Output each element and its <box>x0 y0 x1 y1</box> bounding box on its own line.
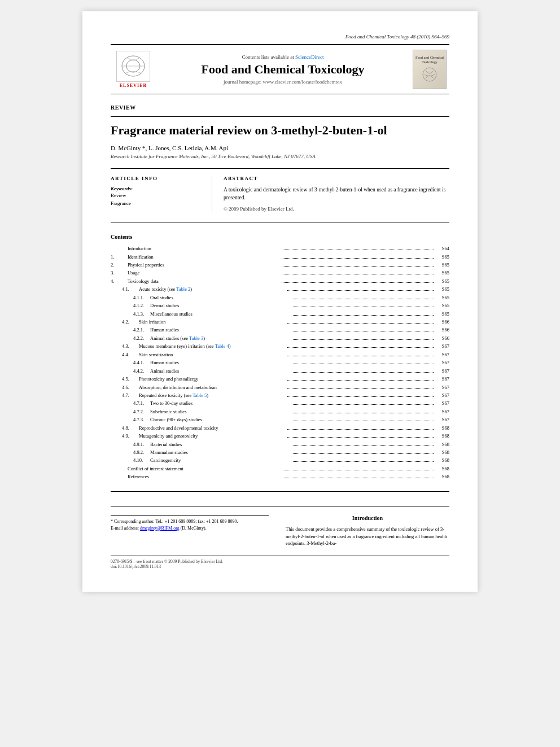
toc-page: S67 <box>435 367 449 375</box>
toc-entry: Introduction S64 <box>111 244 449 252</box>
contents-section: Contents Introduction S64 1. Identificat… <box>111 234 449 481</box>
affiliation-divider <box>111 168 449 169</box>
toc-number: 4.8. <box>111 424 139 432</box>
toc-table-link[interactable]: Table 3 <box>189 335 203 341</box>
toc-text: Toxicology data <box>128 277 280 285</box>
toc-entry: 4.4. Skin sensitization S67 <box>111 351 449 359</box>
toc-page: S67 <box>435 408 449 416</box>
toc-text: Conflict of interest statement <box>128 465 280 473</box>
email-link[interactable]: dmcginty@RIFM.org <box>140 526 180 531</box>
keyword-review: Review <box>111 191 203 199</box>
toc-text: Mammalian studies <box>150 448 291 456</box>
toc-number: 4.7. <box>111 391 139 399</box>
keywords-label: Keywords: <box>111 186 203 191</box>
toc-page: S66 <box>435 318 449 326</box>
toc-number: 4.9.2. <box>111 448 150 456</box>
toc-page: S67 <box>435 351 449 359</box>
toc-page: S65 <box>435 310 449 318</box>
intro-text: This document provides a comprehensive s… <box>286 526 449 547</box>
toc-dots <box>293 315 434 316</box>
contents-divider <box>111 491 449 492</box>
bottom-bar-text1: 0278-6915/$ – see front matter © 2009 Pu… <box>111 559 449 564</box>
toc-number: 4.1. <box>111 285 139 293</box>
toc-table-link[interactable]: Table 4 <box>215 343 229 349</box>
toc-text: Repeated dose toxicity (see Table 5) <box>139 391 286 399</box>
toc-page: S65 <box>435 285 449 293</box>
toc-dots <box>282 258 434 259</box>
toc-text: Absorption, distribution and metabolism <box>139 383 286 391</box>
toc-entry: 4.9. Mutagenicity and genotoxicity S68 <box>111 432 449 440</box>
toc-table-link[interactable]: Table 2 <box>176 286 190 292</box>
contents-title: Contents <box>111 234 449 240</box>
bottom-bar: 0278-6915/$ – see front matter © 2009 Pu… <box>111 556 449 569</box>
toc-dots <box>293 307 434 307</box>
journal-logo-text: Food and Chemical Toxicology <box>415 56 444 65</box>
toc-text: Mutagenicity and genotoxicity <box>139 432 286 440</box>
toc-dots <box>282 282 434 283</box>
toc-page: S66 <box>435 334 449 342</box>
toc-entry: Conflict of interest statement S68 <box>111 465 449 473</box>
intro-heading: Introduction <box>286 515 449 521</box>
toc-text: Subchronic studies <box>150 408 291 416</box>
toc-number: 4.4.1. <box>111 359 150 366</box>
toc-number: 4.3. <box>111 342 139 350</box>
toc-entry: 4.7. Repeated dose toxicity (see Table 5… <box>111 391 449 399</box>
toc-page: S67 <box>435 359 449 366</box>
toc-page: S65 <box>435 253 449 261</box>
journal-reference: Food and Chemical Toxicology 48 (2010) S… <box>111 34 449 40</box>
toc-dots <box>282 274 434 274</box>
toc-container: Introduction S64 1. Identification S65 2… <box>111 244 449 481</box>
toc-dots <box>287 323 434 324</box>
science-direct-notice: Contents lists available at ScienceDirec… <box>156 54 410 60</box>
copyright: © 2009 Published by Elsevier Ltd. <box>224 206 449 212</box>
toc-page: S68 <box>435 473 449 480</box>
toc-text: Skin sensitization <box>139 351 286 359</box>
toc-text: Reproductive and developmental toxicity <box>139 424 286 432</box>
toc-table-link[interactable]: Table 5 <box>193 392 207 398</box>
journal-logo-box: Food and Chemical Toxicology <box>413 50 447 89</box>
toc-number: 2. <box>111 261 128 269</box>
toc-text: Human studies <box>150 359 291 366</box>
footnote-col: * Corresponding author. Tel.: +1 201 689… <box>111 515 269 547</box>
elsevier-logo-image <box>116 51 150 82</box>
toc-number: 4.2.1. <box>111 326 150 334</box>
toc-page: S68 <box>435 424 449 432</box>
journal-banner: ELSEVIER Contents lists available at Sci… <box>111 44 449 94</box>
toc-dots <box>282 266 434 267</box>
toc-entry: 2. Physical properties S65 <box>111 261 449 269</box>
toc-text: Oral studies <box>150 294 291 302</box>
toc-page: S68 <box>435 456 449 464</box>
toc-dots <box>293 421 434 421</box>
toc-page: S65 <box>435 294 449 302</box>
toc-entry: 4.4.2. Animal studies S67 <box>111 367 449 375</box>
toc-text: Acute toxicity (see Table 2) <box>139 285 286 293</box>
toc-dots <box>287 356 434 356</box>
toc-entry: 4.10. Carcinogenicity S68 <box>111 456 449 464</box>
toc-number: 4.6. <box>111 383 139 391</box>
science-direct-link[interactable]: ScienceDirect <box>295 54 323 60</box>
toc-text: Identification <box>128 253 280 261</box>
toc-dots <box>293 339 434 340</box>
toc-dots <box>293 372 434 373</box>
toc-text: References <box>128 473 280 480</box>
keyword-fragrance: Fragrance <box>111 199 203 207</box>
page: Food and Chemical Toxicology 48 (2010) S… <box>82 11 478 592</box>
toc-entry: 4.6. Absorption, distribution and metabo… <box>111 383 449 391</box>
toc-number: 4.5. <box>111 375 139 383</box>
toc-dots <box>293 461 434 462</box>
toc-dots <box>287 437 434 438</box>
toc-page: S67 <box>435 391 449 399</box>
article-info-col: Article Info Keywords: Review Fragrance <box>111 176 212 212</box>
email-label: E-mail address: <box>111 526 139 531</box>
toc-entry: References S68 <box>111 473 449 480</box>
toc-entry: 4.1.1. Oral studies S65 <box>111 294 449 302</box>
abstract-text: A toxicologic and dermatologic review of… <box>224 186 449 202</box>
toc-text: Phototoxicity and photoallergy <box>139 375 286 383</box>
toc-entry: 4.8. Reproductive and developmental toxi… <box>111 424 449 432</box>
section-divider <box>111 116 449 117</box>
toc-dots <box>287 429 434 430</box>
toc-entry: 4.7.3. Chronic (90+ days) studies S67 <box>111 416 449 423</box>
toc-text: Introduction <box>128 244 280 252</box>
toc-entry: 4.9.1. Bacterial studies S68 <box>111 440 449 448</box>
toc-dots <box>293 413 434 413</box>
